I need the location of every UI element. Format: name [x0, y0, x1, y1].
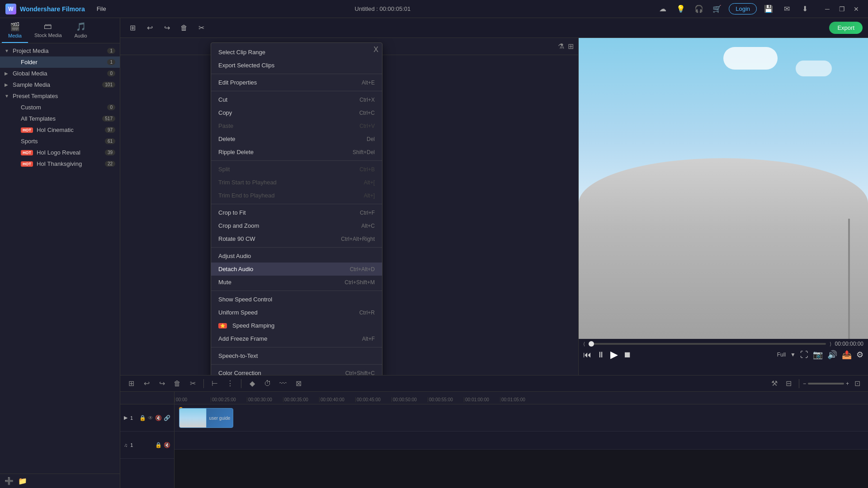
- export-button[interactable]: Export: [829, 22, 863, 34]
- playback-controls: ⏮ ⏸ ▶ ⏹ Full ▼ ⛶ 📷 🔊 📤 ⚙: [583, 349, 863, 361]
- timeline-undo-icon[interactable]: ↩: [140, 377, 153, 390]
- ripple-icon[interactable]: ⋮: [224, 377, 236, 390]
- track-mute-icon[interactable]: 🔇: [155, 415, 162, 421]
- timeline-redo-icon[interactable]: ↪: [156, 377, 168, 390]
- ctx-speed-ramping[interactable]: ⭐ Speed Ramping: [211, 319, 382, 332]
- ctx-copy[interactable]: Copy Ctrl+C: [211, 106, 382, 119]
- email-icon[interactable]: ✉: [780, 3, 793, 15]
- ctx-uniform-speed[interactable]: Uniform Speed Ctrl+R: [211, 306, 382, 319]
- cart-icon[interactable]: 🛒: [711, 3, 723, 15]
- audio-stretch-icon[interactable]: 〰: [277, 377, 289, 390]
- track-label-video1: ▶ 1 🔒 👁 🔇 🔗: [120, 404, 174, 432]
- close-button[interactable]: ✕: [850, 3, 863, 15]
- volume-icon[interactable]: 🔊: [827, 350, 837, 360]
- tab-stock-media[interactable]: 🗃 Stock Media: [28, 18, 68, 43]
- add-media-icon[interactable]: ➕: [5, 477, 14, 485]
- filter-icon[interactable]: ⚗: [558, 42, 564, 51]
- fullscreen-icon[interactable]: ⛶: [800, 350, 808, 360]
- tree-logo-reveal[interactable]: HOT HoI Logo Reveal 39: [0, 147, 120, 158]
- ctx-ripple-delete[interactable]: Ripple Delete Shift+Del: [211, 145, 382, 159]
- timeline-tools-icon[interactable]: ⚒: [768, 377, 781, 390]
- redo-icon[interactable]: ↪: [160, 21, 174, 35]
- ctx-delete[interactable]: Delete Del: [211, 132, 382, 145]
- play-pause-icon[interactable]: ⏸: [597, 350, 605, 360]
- zoom-in-icon[interactable]: +: [846, 380, 849, 387]
- headset-icon[interactable]: 🎧: [693, 3, 705, 15]
- play-icon[interactable]: ▶: [610, 349, 618, 361]
- ctx-color-correction[interactable]: Color Correction Ctrl+Shift+C: [211, 366, 382, 375]
- zoom-out-icon[interactable]: −: [803, 380, 806, 387]
- marker-icon[interactable]: ◆: [246, 377, 259, 390]
- tree-folder[interactable]: Folder 1: [0, 56, 120, 68]
- settings-icon[interactable]: ⚙: [856, 350, 863, 360]
- ctx-rotate[interactable]: Rotate 90 CW Ctrl+Alt+Right: [211, 232, 382, 245]
- maximize-button[interactable]: ❐: [835, 3, 848, 15]
- ctx-freeze-frame[interactable]: Add Freeze Frame Alt+F: [211, 332, 382, 345]
- clip-speed-icon[interactable]: ⏱: [261, 377, 274, 390]
- ctx-edit-properties[interactable]: Edit Properties Alt+E: [211, 76, 382, 89]
- video-clip[interactable]: user guide: [179, 408, 233, 428]
- ctx-detach-audio[interactable]: Detach Audio Ctrl+Alt+D: [211, 263, 382, 276]
- ctx-paste[interactable]: Paste Ctrl+V: [211, 119, 382, 132]
- new-folder-icon[interactable]: 📁: [18, 477, 27, 485]
- minimize-button[interactable]: ─: [821, 3, 834, 15]
- grid-layout-icon[interactable]: ⊞: [126, 21, 139, 35]
- fit-timeline-icon[interactable]: ⊡: [851, 377, 863, 390]
- tree-all-templates[interactable]: All Templates 517: [0, 113, 120, 124]
- ctx-crop-fit[interactable]: Crop to Fit Ctrl+F: [211, 206, 382, 219]
- stop-icon[interactable]: ⏹: [623, 350, 632, 360]
- timeline-cut-icon[interactable]: ✂: [186, 377, 199, 390]
- tab-media[interactable]: 🎬 Media: [2, 18, 28, 43]
- ctx-show-speed[interactable]: Show Speed Control: [211, 293, 382, 306]
- output-icon[interactable]: 📤: [842, 350, 852, 360]
- tree-project-media[interactable]: ▼ Project Media 1: [0, 45, 120, 56]
- ctx-trim-end[interactable]: Trim End to Playhead Alt+]: [211, 189, 382, 202]
- tree-global-media[interactable]: ▶ Global Media 0: [0, 68, 120, 79]
- ctx-speech-to-text[interactable]: Speech-to-Text: [211, 349, 382, 362]
- download-icon[interactable]: ⬇: [798, 3, 811, 15]
- audio-tab-icon: 🎵: [76, 22, 86, 32]
- cut-tool-icon[interactable]: ✂: [194, 21, 208, 35]
- cloud-icon[interactable]: ☁: [656, 3, 669, 15]
- track-eye-icon[interactable]: 👁: [148, 415, 153, 421]
- delete-icon[interactable]: 🗑: [177, 21, 191, 35]
- ruler-mark-1: 00:00:25:00: [211, 397, 247, 402]
- snap-icon[interactable]: ⊢: [208, 377, 221, 390]
- save-icon[interactable]: 💾: [762, 3, 775, 15]
- context-menu-close[interactable]: X: [373, 46, 378, 54]
- timeline-split-icon[interactable]: ⊟: [783, 377, 795, 390]
- ctx-cut-label: Cut: [218, 96, 356, 103]
- progress-bar[interactable]: [589, 343, 826, 345]
- rewind-icon[interactable]: ⏮: [583, 350, 591, 360]
- track-lock-icon[interactable]: 🔒: [139, 415, 146, 421]
- tree-sample-media[interactable]: ▶ Sample Media 101: [0, 79, 120, 90]
- track-audio-mute-icon[interactable]: 🔇: [164, 442, 170, 448]
- ctx-export-selected[interactable]: Export Selected Clips: [211, 59, 382, 72]
- timeline-settings-icon[interactable]: ⊠: [292, 377, 305, 390]
- track-link-icon[interactable]: 🔗: [164, 415, 170, 421]
- ctx-select-clip-range[interactable]: Select Clip Range: [211, 46, 382, 59]
- tree-cinematic[interactable]: HOT HoI Cinematic 97: [0, 124, 120, 136]
- tree-thanksgiving[interactable]: HOT HoI Thanksgiving 22: [0, 158, 120, 169]
- undo-icon[interactable]: ↩: [143, 21, 156, 35]
- add-track-icon[interactable]: ⊞: [125, 377, 137, 390]
- login-button[interactable]: Login: [729, 3, 757, 14]
- ctx-crop-zoom[interactable]: Crop and Zoom Alt+C: [211, 219, 382, 232]
- ctx-split[interactable]: Split Ctrl+B: [211, 163, 382, 176]
- ctx-cut[interactable]: Cut Ctrl+X: [211, 93, 382, 106]
- ctx-mute[interactable]: Mute Ctrl+Shift+M: [211, 276, 382, 289]
- view-toggle-icon[interactable]: ⊞: [568, 42, 574, 51]
- tree-sports[interactable]: Sports 61: [0, 136, 120, 147]
- screenshot-icon[interactable]: 📷: [813, 350, 823, 360]
- timeline-delete-icon[interactable]: 🗑: [171, 377, 184, 390]
- ctx-adjust-audio[interactable]: Adjust Audio: [211, 249, 382, 263]
- ctx-trim-start[interactable]: Trim Start to Playhead Alt+[: [211, 176, 382, 189]
- tab-bar: 🎬 Media 🗃 Stock Media 🎵 Audio: [0, 18, 120, 43]
- zoom-slider[interactable]: [808, 383, 844, 385]
- tree-custom[interactable]: Custom 0: [0, 102, 120, 113]
- tree-preset-templates[interactable]: ▼ Preset Templates: [0, 90, 120, 102]
- bulb-icon[interactable]: 💡: [675, 3, 687, 15]
- menu-file[interactable]: File: [94, 4, 109, 14]
- track-audio-lock-icon[interactable]: 🔒: [155, 442, 162, 448]
- tab-audio[interactable]: 🎵 Audio: [68, 18, 94, 43]
